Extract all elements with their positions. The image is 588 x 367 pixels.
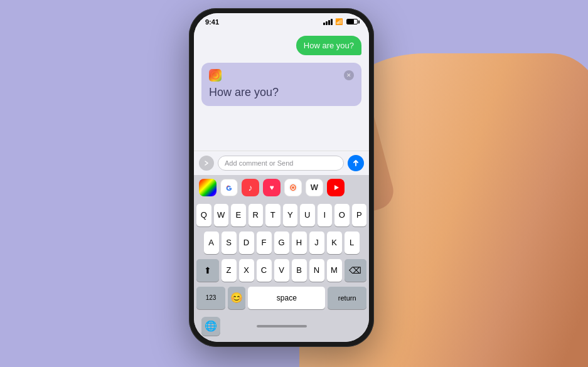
battery-fill [347,19,354,24]
wiki-w-icon: W [311,183,318,192]
google-app-icon[interactable] [220,179,238,196]
key-x[interactable]: X [239,259,254,282]
key-a[interactable]: A [204,231,219,254]
music-app-icon[interactable]: ♪ [242,179,259,196]
app-icon-row: ♪ ♥ W [194,175,369,200]
globe-key[interactable]: 🌐 [201,317,220,336]
clipboard-text: How are you? [209,85,354,100]
status-icons: 📶 [323,18,358,25]
key-e[interactable]: E [231,204,246,226]
key-p[interactable]: P [352,204,367,226]
keyboard-row-bottom: 123 😊 space return [196,287,366,309]
keyboard: Q W E R T Y U I O P A S D F G H J K [194,200,369,342]
clipboard-app-icon [209,69,222,82]
close-icon[interactable]: ✕ [344,70,354,80]
shift-key[interactable]: ⬆ [196,259,219,282]
key-k[interactable]: K [327,231,342,254]
svg-marker-4 [334,185,339,190]
sent-message-text: How are you? [304,41,354,50]
wikipedia-app-icon[interactable]: W [306,179,323,196]
key-z[interactable]: Z [222,259,237,282]
svg-point-3 [292,186,294,189]
key-j[interactable]: J [309,231,324,254]
emoji-icon: 😊 [230,292,243,304]
heart-icon: ♥ [269,183,274,192]
sent-message-bubble: How are you? [296,36,361,55]
phone-frame: 9:41 📶 How are you? [189,8,374,347]
keyboard-bottom-bar: 🌐 [196,314,366,339]
key-l[interactable]: L [345,231,360,254]
message-area: How are you? ✕ How are you? [194,31,369,151]
key-y[interactable]: Y [283,204,298,226]
input-placeholder: Add comment or Send [225,159,293,167]
return-key-label: return [338,294,356,302]
signal-bar-3 [328,20,330,25]
numbers-key-label: 123 [206,294,216,301]
status-time: 9:41 [205,18,219,26]
google-logo [224,183,234,193]
signal-icon [323,19,333,25]
key-g[interactable]: G [274,231,289,254]
clipboard-header: ✕ [209,69,354,82]
key-b[interactable]: B [292,259,307,282]
send-button[interactable] [348,155,364,171]
key-w[interactable]: W [214,204,229,226]
keyboard-row-2: A S D F G H J K L [196,231,366,254]
wifi-icon: 📶 [335,18,343,25]
emoji-key[interactable]: 😊 [228,287,245,309]
globe-icon: 🌐 [205,320,217,332]
key-r[interactable]: R [249,204,264,226]
key-i[interactable]: I [318,204,333,226]
key-t[interactable]: T [265,204,281,226]
key-v[interactable]: V [274,259,289,282]
key-d[interactable]: D [239,231,254,254]
input-bar: Add comment or Send [194,151,369,175]
space-key-label: space [277,294,297,302]
key-c[interactable]: C [257,259,272,282]
signal-bar-4 [331,19,333,25]
expand-button[interactable] [199,156,214,171]
status-bar: 9:41 📶 [194,13,369,31]
numbers-key[interactable]: 123 [196,287,225,309]
key-u[interactable]: U [300,204,315,226]
app-logo-icon [211,71,220,80]
music-note-icon: ♪ [249,183,253,193]
spectrum-app-icon[interactable] [199,179,216,196]
key-s[interactable]: S [222,231,237,254]
hearts-app-icon[interactable]: ♥ [263,179,281,196]
faceit-app-icon[interactable] [284,179,302,196]
phone-screen: 9:41 📶 How are you? [194,13,369,342]
message-input[interactable]: Add comment or Send [218,156,344,171]
faceit-logo [288,183,298,193]
keyboard-row-1: Q W E R T Y U I O P [196,204,366,226]
battery-icon [346,19,358,24]
key-n[interactable]: N [309,259,324,282]
home-indicator [257,325,307,327]
send-up-icon [352,159,360,167]
youtube-play-icon [331,184,340,191]
return-key[interactable]: return [328,287,366,309]
signal-bar-2 [326,21,328,25]
key-q[interactable]: Q [196,204,211,226]
key-h[interactable]: H [292,231,307,254]
space-key[interactable]: space [248,287,325,309]
key-o[interactable]: O [334,204,350,226]
delete-key[interactable]: ⌫ [345,259,367,282]
key-m[interactable]: M [327,259,342,282]
clipboard-card: ✕ How are you? [201,63,361,106]
signal-bar-1 [323,23,325,25]
key-f[interactable]: F [257,231,272,254]
chevron-right-icon [203,160,210,166]
youtube-app-icon[interactable] [327,179,345,196]
keyboard-row-3: ⬆ Z X C V B N M ⌫ [196,259,366,282]
